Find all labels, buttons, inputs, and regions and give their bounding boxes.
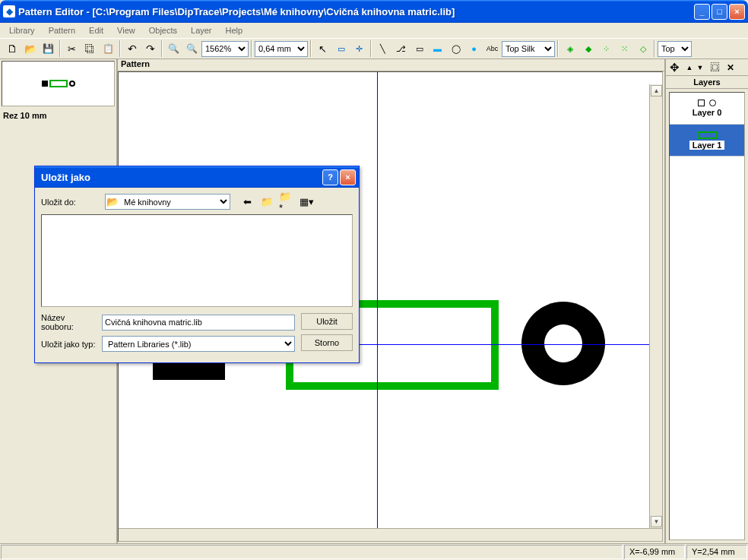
new-icon[interactable] <box>3 40 21 57</box>
zoom-in-icon[interactable] <box>165 40 182 57</box>
dialog-titlebar[interactable]: Uložit jako ? × <box>35 166 359 188</box>
status-x-coord: X=-6,99 mm <box>624 545 685 559</box>
filename-label: Názevsouboru: <box>41 313 102 331</box>
delete-layer-icon[interactable] <box>724 61 737 74</box>
status-y-coord: Y=2,54 mm <box>686 545 747 559</box>
dialog-help-button[interactable]: ? <box>322 169 338 185</box>
component-thumbnail[interactable] <box>2 61 115 106</box>
menu-pattern[interactable]: Pattern <box>43 24 81 36</box>
horizontal-scrollbar[interactable] <box>119 528 662 541</box>
window-title: Pattern Editor - [C:\Program Files\DipTr… <box>18 6 694 17</box>
component-name[interactable]: Rez 10 mm <box>0 108 116 123</box>
file-list-area[interactable] <box>41 214 353 307</box>
origin-tool-icon[interactable] <box>350 40 368 57</box>
vertical-scrollbar[interactable]: ▲ ▼ <box>649 84 662 528</box>
layers-list: Layer 0 Layer 1 <box>669 92 745 540</box>
pointer-tool-icon[interactable] <box>314 40 331 57</box>
undo-icon[interactable] <box>123 40 141 57</box>
cut-icon[interactable] <box>63 40 81 57</box>
merge-layer-icon[interactable] <box>708 61 722 74</box>
filetype-label: Uložit jako typ: <box>41 340 102 349</box>
select-tool-icon[interactable] <box>332 40 350 57</box>
pad-tool-1-icon[interactable] <box>561 40 578 57</box>
filetype-select[interactable]: Pattern Libraries (*.lib) <box>102 336 295 352</box>
zoom-out-icon[interactable] <box>183 40 201 57</box>
grid-select[interactable]: 0,64 mm <box>255 41 308 57</box>
layer-row-1[interactable]: Layer 1 <box>670 125 744 157</box>
layer-label: Layer 0 <box>693 108 722 117</box>
window-titlebar: Pattern Editor - [C:\Program Files\DipTr… <box>0 0 748 23</box>
nav-newfolder-icon[interactable]: 📁* <box>279 195 294 210</box>
silk-layer-select[interactable]: Top Silk <box>502 41 555 57</box>
scroll-down-icon[interactable]: ▼ <box>651 516 662 527</box>
menu-edit[interactable]: Edit <box>83 24 109 36</box>
thumb-body-icon <box>49 80 68 87</box>
pad-tool-2-icon[interactable] <box>579 40 597 57</box>
line-tool-icon[interactable] <box>374 40 391 57</box>
zoom-select[interactable]: 1562% <box>201 41 249 57</box>
polyline-tool-icon[interactable] <box>392 40 410 57</box>
thumb-pad-square-icon <box>42 81 48 87</box>
canvas-round-pad[interactable] <box>521 302 605 385</box>
main-toolbar: 1562% 0,64 mm Top Silk Top <box>0 38 748 59</box>
move-layer-icon[interactable] <box>667 61 681 74</box>
layer1-body-icon <box>697 131 717 139</box>
layer-row-0[interactable]: Layer 0 <box>670 93 744 125</box>
layer0-square-icon <box>698 100 705 106</box>
layers-panel: Layers Layer 0 Layer 1 <box>664 59 748 543</box>
cancel-button[interactable]: Storno <box>301 334 353 351</box>
save-as-dialog: Uložit jako ? × Uložit do: 📂 Mé knihovny… <box>34 166 360 363</box>
paste-icon[interactable] <box>100 40 117 57</box>
nav-views-icon[interactable]: ▦▾ <box>299 195 314 210</box>
window-minimize-button[interactable]: _ <box>694 4 710 20</box>
status-message <box>1 545 623 559</box>
layers-title: Layers <box>666 76 748 89</box>
thumb-pad-round-icon <box>69 81 75 87</box>
dialog-title: Uložit jako <box>38 172 321 183</box>
save-in-select[interactable]: Mé knihovny <box>105 194 230 210</box>
copy-icon[interactable] <box>81 40 99 57</box>
layer-down-icon[interactable] <box>693 61 707 74</box>
window-maximize-button[interactable]: □ <box>712 4 727 20</box>
menu-objects[interactable]: Objects <box>143 24 183 36</box>
pad-tool-4-icon[interactable] <box>616 40 633 57</box>
menu-help[interactable]: Help <box>220 24 249 36</box>
layer-label: Layer 1 <box>689 141 725 150</box>
menu-view[interactable]: View <box>111 24 141 36</box>
layer0-round-icon <box>709 100 716 106</box>
scroll-up-icon[interactable]: ▲ <box>651 85 662 96</box>
save-in-label: Uložit do: <box>41 198 102 207</box>
dialog-close-button[interactable]: × <box>340 169 356 185</box>
redo-icon[interactable] <box>141 40 159 57</box>
app-icon <box>3 5 15 17</box>
status-bar: X=-6,99 mm Y=2,54 mm <box>0 543 748 560</box>
rectangle-tool-icon[interactable] <box>410 40 428 57</box>
origin-vertical-line <box>377 72 378 541</box>
open-icon[interactable] <box>21 40 39 57</box>
save-icon[interactable] <box>40 40 57 57</box>
menu-library[interactable]: Library <box>3 24 41 36</box>
pad-tool-5-icon[interactable] <box>634 40 651 57</box>
filled-rectangle-tool-icon[interactable] <box>429 40 446 57</box>
filename-input[interactable] <box>102 315 295 331</box>
menu-layer[interactable]: Layer <box>185 24 218 36</box>
circle-tool-icon[interactable] <box>447 40 464 57</box>
canvas-title: Pattern <box>118 59 664 71</box>
filled-circle-tool-icon[interactable] <box>465 40 483 57</box>
nav-up-icon[interactable]: 📁 <box>259 195 274 210</box>
menu-bar: Library Pattern Edit View Objects Layer … <box>0 23 748 38</box>
window-close-button[interactable]: × <box>729 4 745 20</box>
text-tool-icon[interactable] <box>483 40 501 57</box>
save-button[interactable]: Uložit <box>301 313 353 330</box>
nav-back-icon[interactable]: ⬅ <box>239 195 255 210</box>
pad-tool-3-icon[interactable] <box>597 40 615 57</box>
side-select[interactable]: Top <box>658 41 692 57</box>
